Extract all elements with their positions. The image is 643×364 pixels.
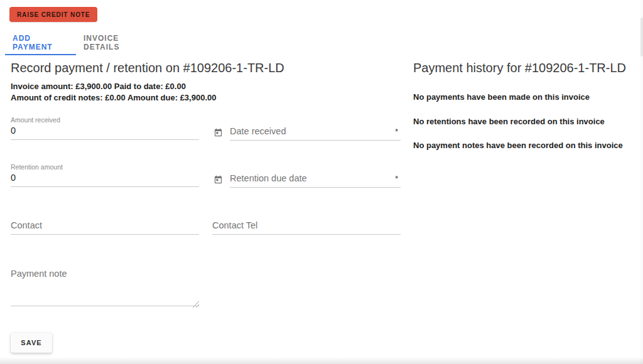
contact-field xyxy=(11,219,199,235)
no-retentions-message: No retentions have been recorded on this… xyxy=(413,117,605,126)
retention-amount-field: Retention amount xyxy=(11,163,199,187)
invoice-summary-line-1: Invoice amount: £3,900.00 Paid to date: … xyxy=(11,82,186,91)
amount-received-label: Amount received xyxy=(11,116,199,124)
raise-credit-note-button[interactable]: RAISE CREDIT NOTE xyxy=(9,7,97,22)
tab-add-payment[interactable]: ADD PAYMENT xyxy=(5,31,76,55)
save-button[interactable]: SAVE xyxy=(11,333,52,353)
no-payment-notes-message: No payment notes have been recorded on t… xyxy=(413,141,623,150)
required-asterisk: * xyxy=(395,174,401,187)
no-payments-message: No payments have been made on this invoi… xyxy=(413,92,590,102)
contact-tel-input[interactable] xyxy=(212,219,401,235)
scrollbar-track xyxy=(640,0,643,364)
calendar-icon[interactable] xyxy=(213,128,223,137)
payment-history-title: Payment history for #109206-1-TR-LD xyxy=(413,61,626,75)
payment-note-textarea[interactable] xyxy=(11,264,199,306)
contact-input[interactable] xyxy=(11,219,199,235)
bottom-edge-shadow xyxy=(0,357,643,364)
calendar-icon[interactable] xyxy=(213,175,223,185)
amount-received-input[interactable] xyxy=(11,124,199,140)
required-asterisk: * xyxy=(395,127,401,140)
retention-due-date-field: * xyxy=(212,172,401,188)
date-received-input[interactable] xyxy=(230,125,395,140)
date-received-field: * xyxy=(212,125,401,141)
tab-invoice-details[interactable]: INVOICE DETAILS xyxy=(76,31,158,55)
retention-due-date-input[interactable] xyxy=(230,172,395,187)
page-title: Record payment / retention on #109206-1-… xyxy=(11,61,284,75)
amount-received-field: Amount received xyxy=(11,116,199,140)
scrollbar-thumb[interactable] xyxy=(640,18,643,56)
payment-note-field xyxy=(11,264,199,309)
contact-tel-field xyxy=(212,219,401,235)
invoice-summary-line-2: Amount of credit notes: £0.00 Amount due… xyxy=(11,93,216,102)
tab-bar: ADD PAYMENT INVOICE DETAILS xyxy=(0,31,643,55)
retention-amount-input[interactable] xyxy=(11,171,199,187)
retention-amount-label: Retention amount xyxy=(11,163,199,171)
